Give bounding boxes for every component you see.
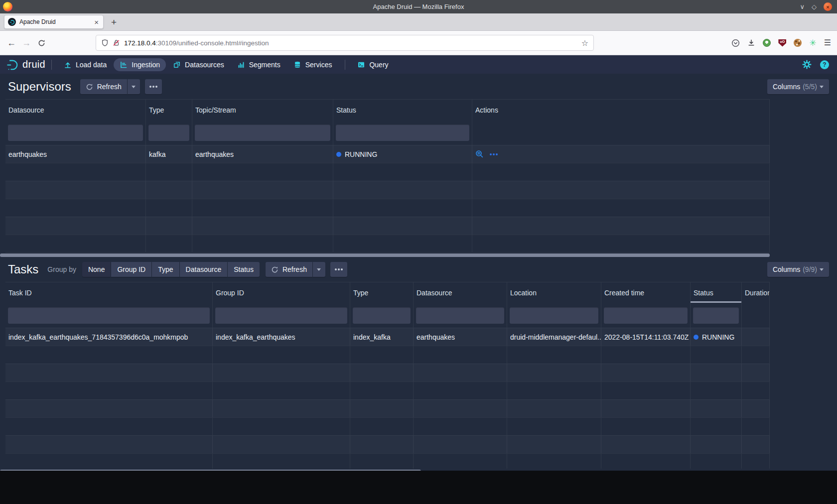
running-status-dot — [336, 152, 341, 157]
refresh-label: Refresh — [282, 265, 307, 273]
column-header[interactable]: Datasource — [414, 282, 507, 303]
group-by-status-button[interactable]: Status — [228, 262, 260, 277]
group-by-none-button[interactable]: None — [82, 262, 111, 277]
column-header[interactable]: Status — [333, 100, 472, 120]
insecure-lock-icon[interactable] — [113, 39, 120, 47]
supervisors-refresh-caret-button[interactable] — [128, 79, 140, 94]
extension-asterisk-icon[interactable]: ✳ — [809, 39, 816, 47]
nav-item-load-data[interactable]: Load data — [58, 58, 113, 71]
reload-button[interactable] — [34, 39, 49, 47]
column-header[interactable]: Task ID — [5, 282, 213, 303]
supervisors-refresh-button[interactable]: Refresh — [80, 79, 127, 94]
column-header[interactable]: Group ID — [213, 282, 350, 303]
browser-tab[interactable]: Apache Druid × — [4, 15, 104, 29]
minimize-icon[interactable]: ∨ — [800, 3, 805, 10]
filter-type-input[interactable] — [148, 125, 189, 141]
supervisor-row[interactable]: earthquakes kafka earthquakes RUNNING — [5, 145, 770, 163]
close-icon[interactable]: × — [824, 2, 832, 11]
filter-topic-input[interactable] — [195, 125, 330, 141]
group-by-datasource-button[interactable]: Datasource — [180, 262, 228, 277]
window-titlebar: Apache Druid — Mozilla Firefox ∨ ◇ × — [0, 0, 837, 13]
settings-gear-icon[interactable] — [802, 60, 812, 69]
download-icon[interactable] — [747, 39, 755, 47]
status-cell: RUNNING — [333, 145, 472, 163]
column-header[interactable]: Duration — [742, 282, 770, 303]
filter-datasource-input[interactable] — [416, 307, 504, 324]
filter-created-time-input[interactable] — [604, 307, 688, 324]
filter-type-input[interactable] — [353, 307, 411, 324]
column-header-label: Status — [694, 289, 713, 297]
group-by-group-id-button[interactable]: Group ID — [111, 262, 151, 277]
column-header[interactable]: Datasource — [5, 100, 146, 120]
forward-button[interactable]: → — [19, 38, 34, 47]
column-header[interactable]: Location — [507, 282, 601, 303]
tasks-filter-row — [5, 303, 770, 328]
help-icon[interactable]: ? — [820, 60, 829, 69]
load-data-icon — [64, 61, 72, 69]
supervisors-more-button[interactable] — [145, 79, 162, 94]
scrollbar-thumb[interactable] — [0, 253, 770, 257]
tasks-refresh-button[interactable]: Refresh — [266, 262, 312, 277]
column-header[interactable]: Created time — [601, 282, 691, 303]
filter-task-id-input[interactable] — [8, 307, 210, 324]
new-tab-button[interactable]: + — [111, 17, 117, 27]
supervisors-horizontal-scrollbar[interactable] — [0, 252, 837, 257]
filter-status-input[interactable] — [693, 307, 739, 324]
filter-datasource-input[interactable] — [8, 125, 143, 141]
column-header[interactable]: Actions — [472, 100, 770, 120]
filter-status-input[interactable] — [336, 125, 469, 141]
supervisors-header-row: Datasource Type Topic/Stream Status Acti… — [5, 99, 770, 120]
column-header[interactable]: Type — [146, 100, 192, 120]
cell — [146, 120, 192, 145]
url-bar[interactable]: 172.18.0.4:30109/unified-console.html#in… — [96, 35, 594, 51]
filter-location-input[interactable] — [510, 307, 598, 324]
nav-item-query[interactable]: Query — [351, 58, 394, 71]
druid-brand[interactable]: druid — [6, 58, 45, 71]
filter-group-id-input[interactable] — [215, 307, 347, 324]
supervisors-columns-button[interactable]: Columns (5/5) — [767, 79, 829, 94]
task-id-cell: index_kafka_earthquakes_7184357396d6c0a_… — [5, 328, 213, 346]
column-header[interactable]: Topic/Stream — [192, 100, 333, 120]
tasks-columns-button[interactable]: Columns (9/9) — [767, 262, 829, 277]
privacy-extension-icon[interactable] — [763, 39, 771, 47]
empty-row — [5, 453, 770, 469]
back-button[interactable]: ← — [4, 38, 19, 47]
ublock-shield-icon[interactable]: uO — [778, 39, 786, 47]
row-more-icon[interactable] — [493, 153, 495, 155]
column-header[interactable]: Type — [350, 282, 414, 303]
druid-favicon-icon — [8, 18, 16, 26]
running-status-dot — [694, 335, 698, 340]
tasks-horizontal-scrollbar[interactable] — [0, 469, 837, 471]
nav-item-services[interactable]: Services — [287, 58, 338, 71]
ingestion-icon — [120, 61, 128, 69]
maximize-icon[interactable]: ◇ — [812, 3, 817, 10]
nav-item-datasources[interactable]: Datasources — [167, 58, 230, 71]
cookie-extension-icon[interactable] — [794, 39, 802, 47]
tab-close-icon[interactable]: × — [93, 18, 100, 26]
bookmark-star-icon[interactable]: ☆ — [581, 38, 588, 48]
scrollbar-thumb[interactable] — [0, 470, 421, 471]
nav-item-label: Datasources — [185, 61, 224, 69]
nav-item-label: Load data — [76, 61, 107, 69]
cell — [472, 120, 770, 145]
status-label: RUNNING — [345, 150, 377, 158]
task-row[interactable]: index_kafka_earthquakes_7184357396d6c0a_… — [5, 328, 770, 346]
nav-item-ingestion[interactable]: Ingestion — [114, 58, 166, 71]
supervisors-filter-row — [5, 120, 770, 145]
inspect-magnifier-icon[interactable] — [475, 150, 484, 158]
status-cell: RUNNING — [691, 328, 742, 346]
group-by-type-button[interactable]: Type — [152, 262, 179, 277]
tracking-shield-icon[interactable] — [101, 39, 109, 47]
menu-icon[interactable]: ☰ — [824, 39, 831, 47]
window-title: Apache Druid — Mozilla Firefox — [0, 3, 837, 10]
tasks-more-button[interactable] — [330, 262, 347, 277]
refresh-icon — [271, 266, 279, 273]
empty-row — [5, 399, 770, 417]
nav-item-segments[interactable]: Segments — [231, 58, 286, 71]
actions-cell — [472, 145, 770, 163]
column-header[interactable]: Status — [691, 282, 742, 303]
group-by-label: Group by — [47, 265, 76, 273]
cell — [601, 303, 691, 328]
pocket-icon[interactable] — [731, 39, 740, 47]
tasks-refresh-caret-button[interactable] — [313, 262, 325, 277]
